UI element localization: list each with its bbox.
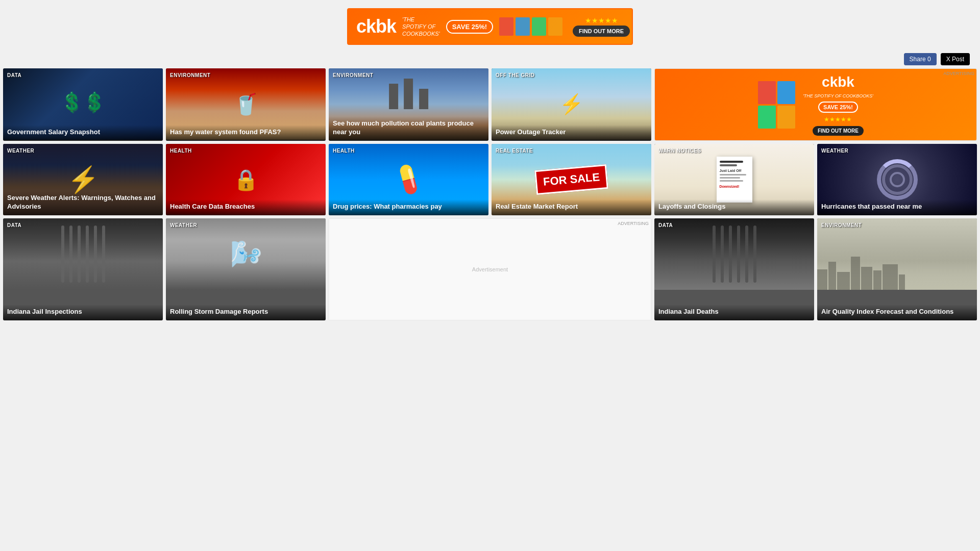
- ad-side-find[interactable]: FIND OUT MORE: [813, 126, 864, 136]
- share-bar: Share 0 X Post: [0, 51, 980, 68]
- card-gov-salary[interactable]: 💲💲 DATA Government Salary Snapshot: [3, 68, 163, 141]
- card-title: Real Estate Market Report: [492, 199, 651, 215]
- card-title: Air Quality Index Forecast and Condition…: [817, 305, 977, 320]
- advertising-label: ADVERTISING: [618, 221, 649, 226]
- card-weather-alert[interactable]: ⚡ WEATHER Severe Weather Alerts: Warning…: [3, 144, 163, 215]
- water-glass-icon: 🥤: [233, 92, 259, 116]
- card-coal-pollution[interactable]: ENVIRONMENT See how much pollution coal …: [329, 68, 488, 141]
- ad-side-tagline: 'THE SPOTIFY OF COOKBOOKS': [803, 93, 873, 98]
- card-title: See how much pollution coal plants produ…: [329, 116, 488, 141]
- cards-grid: 💲💲 DATA Government Salary Snapshot 🥤 ENV…: [0, 68, 980, 323]
- jail-bars-icon: [61, 226, 105, 283]
- card-title: Rolling Storm Damage Reports: [166, 305, 326, 320]
- ad-save-badge: SAVE 25%!: [446, 20, 493, 34]
- card-title: Indiana Jail Deaths: [654, 305, 814, 320]
- twitter-share-button[interactable]: X Post: [941, 53, 970, 65]
- card-jail-inspections[interactable]: DATA Indiana Jail Inspections: [3, 218, 163, 320]
- side-ad-banner[interactable]: ADVERTISING ckbk 'THE SPOTIFY OF COOKBOO…: [654, 68, 977, 141]
- ad-stars: ★★★★★: [585, 16, 618, 24]
- card-category: DATA: [7, 222, 21, 228]
- card-power-outage[interactable]: ⚡ OFF THE GRID Power Outage Tracker: [492, 68, 651, 141]
- card-title: Power Outage Tracker: [492, 125, 651, 141]
- card-category: REAL ESTATE: [496, 148, 533, 154]
- ad-side-content: ckbk 'THE SPOTIFY OF COOKBOOKS' SAVE 25%…: [655, 69, 976, 140]
- card-air-quality[interactable]: ENVIRONMENT Air Quality Index Forecast a…: [817, 218, 977, 320]
- dollar-icon: 💲💲: [63, 94, 104, 114]
- power-lines-icon: ⚡: [559, 93, 583, 115]
- ad-tagline: 'THE SPOTIFY OF COOKBOOKS': [402, 16, 440, 38]
- ad-brand-logo: ckbk: [356, 16, 396, 37]
- card-category: WARN NOTICES: [658, 148, 701, 154]
- card-title: Government Salary Snapshot: [3, 125, 163, 141]
- pill-icon: 💊: [390, 161, 428, 198]
- card-pfas[interactable]: 🥤 ENVIRONMENT Has my water system found …: [166, 68, 326, 141]
- card-layoffs[interactable]: Just Laid Off Downsized! WARN NOTICES La…: [654, 144, 814, 215]
- card-storm-damage[interactable]: 🌬️ WEATHER Rolling Storm Damage Reports: [166, 218, 326, 320]
- city-buildings-icon: [817, 257, 977, 290]
- card-category: ENVIRONMENT: [333, 72, 373, 78]
- ad-side-stars: ★★★★★: [824, 116, 852, 123]
- ad-placeholder-text: Advertisement: [472, 266, 508, 272]
- person-wind-icon: 🌬️: [230, 239, 262, 269]
- jail-bars-icon2: [713, 226, 756, 283]
- card-title: Drug prices: What pharmacies pay: [329, 199, 488, 215]
- card-category: DATA: [658, 222, 673, 228]
- ad-side-save: SAVE 25%!: [818, 102, 858, 113]
- for-sale-sign: FOR SALE: [534, 164, 608, 195]
- bottom-inline-ad[interactable]: ADVERTISING Advertisement: [329, 218, 651, 320]
- ad-find-button[interactable]: FIND OUT MORE: [573, 26, 630, 37]
- lightning-icon: ⚡: [67, 165, 99, 194]
- card-title: Hurricanes that passed near me: [817, 199, 977, 215]
- paper-document-icon: Just Laid Off Downsized!: [717, 157, 752, 203]
- card-hurricanes[interactable]: WEATHER Hurricanes that passed near me: [817, 144, 977, 215]
- card-category: ENVIRONMENT: [821, 222, 862, 228]
- card-category: HEALTH: [170, 148, 192, 154]
- advertising-label: ADVERTISING: [655, 69, 976, 76]
- card-title: Layoffs and Closings: [654, 199, 814, 215]
- card-drug-prices[interactable]: 💊 HEALTH Drug prices: What pharmacies pa…: [329, 144, 488, 215]
- card-category: HEALTH: [333, 148, 355, 154]
- card-title: Has my water system found PFAS?: [166, 125, 326, 141]
- card-category: WEATHER: [7, 148, 34, 154]
- card-title: Indiana Jail Inspections: [3, 305, 163, 320]
- lock-icon: 🔒: [233, 168, 259, 192]
- top-banner-area: ckbk 'THE SPOTIFY OF COOKBOOKS' SAVE 25%…: [0, 0, 980, 51]
- card-jail-deaths[interactable]: DATA Indiana Jail Deaths: [654, 218, 814, 320]
- card-category: WEATHER: [170, 222, 197, 228]
- card-category: OFF THE GRID: [496, 72, 535, 78]
- card-category: WEATHER: [821, 148, 848, 154]
- card-data-leak[interactable]: 🔒 HEALTH Health Care Data Breaches: [166, 144, 326, 215]
- top-ad-banner[interactable]: ckbk 'THE SPOTIFY OF COOKBOOKS' SAVE 25%…: [347, 8, 633, 45]
- card-category: DATA: [7, 72, 21, 78]
- card-category: ENVIRONMENT: [170, 72, 210, 78]
- card-title: Severe Weather Alerts: Warnings, Watches…: [3, 191, 163, 215]
- card-real-estate[interactable]: FOR SALE REAL ESTATE Real Estate Market …: [492, 144, 651, 215]
- coal-factory-icon: [387, 79, 431, 109]
- card-title: Health Care Data Breaches: [166, 199, 326, 215]
- ad-side-brand: ckbk: [822, 74, 854, 90]
- facebook-share-button[interactable]: Share 0: [904, 53, 937, 65]
